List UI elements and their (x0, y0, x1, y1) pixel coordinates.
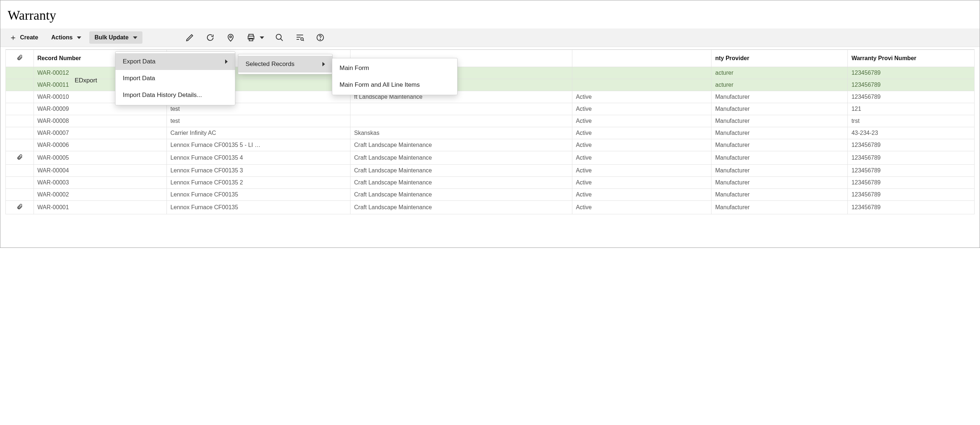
cell-record-number: WAR-00005 (33, 151, 167, 165)
cell-record-number: WAR-00003 (33, 177, 167, 189)
cell-provider: Manufacturer (711, 91, 848, 103)
cell-provider-number: 123456789 (848, 67, 975, 79)
toolbar: ＋ Create Actions Bulk Update (0, 29, 980, 47)
menu-label: Import Data History Details... (123, 91, 202, 99)
create-label: Create (20, 34, 38, 41)
cell-company: Craft Landscape Maintenance (350, 139, 572, 151)
menu-item-export-data[interactable]: Export Data (116, 53, 235, 70)
cell-provider: Manufacturer (711, 103, 848, 115)
cell-title: test (167, 115, 350, 127)
svg-line-10 (303, 40, 304, 41)
cell-company: Craft Landscape Maintenance (350, 189, 572, 201)
cell-status (572, 67, 711, 79)
cell-provider-number: 43-234-23 (848, 127, 975, 139)
menu-item-main-form-all[interactable]: Main Form and All Line Items (332, 76, 457, 93)
svg-point-4 (276, 34, 281, 39)
page-title: Warranty (0, 0, 980, 29)
cell-attachment (6, 103, 34, 115)
help-button[interactable] (315, 32, 325, 43)
cell-provider-number: trst (848, 115, 975, 127)
attachment-icon (16, 205, 23, 211)
print-icon (247, 33, 255, 42)
cell-company (350, 103, 572, 115)
location-button[interactable] (226, 32, 236, 43)
cell-provider: Manufacturer (711, 165, 848, 177)
cell-attachment (6, 127, 34, 139)
cell-provider: Manufacturer (711, 201, 848, 214)
cell-status: Active (572, 189, 711, 201)
table-row[interactable]: WAR-00008testActiveManufacturertrst (6, 115, 975, 127)
cell-provider: Manufacturer (711, 177, 848, 189)
form-submenu: Main Form Main Form and All Line Items (332, 58, 458, 95)
cell-provider: Manufacturer (711, 115, 848, 127)
table-row[interactable]: WAR-00006Lennox Furnace CF00135 5 - LI …… (6, 139, 975, 151)
cell-record-number: WAR-00001 (33, 201, 167, 214)
col-header-attachment[interactable] (6, 50, 34, 67)
cell-record-number: WAR-00008 (33, 115, 167, 127)
attachment-icon (16, 56, 23, 62)
cell-provider: Manufacturer (711, 127, 848, 139)
edit-button[interactable] (185, 32, 195, 43)
cell-attachment (6, 115, 34, 127)
col-header-status[interactable] (572, 50, 711, 67)
cell-provider-number: 123456789 (848, 91, 975, 103)
cell-status (572, 79, 711, 91)
cell-title: Lennox Furnace CF00135 5 - LI … (167, 139, 350, 151)
menu-label: Main Form and All Line Items (340, 81, 420, 89)
menu-label: Selected Records (245, 60, 294, 68)
cell-status: Active (572, 151, 711, 165)
export-submenu: Selected Records (238, 54, 332, 74)
cell-provider-number: 123456789 (848, 189, 975, 201)
cell-provider-number: 123456789 (848, 79, 975, 91)
menu-label: Export Data (123, 58, 156, 65)
col-header-provider-number[interactable]: Warranty Provi Number (848, 50, 975, 67)
chevron-right-icon (225, 59, 228, 64)
cell-status: Active (572, 165, 711, 177)
print-button[interactable] (246, 32, 256, 43)
svg-point-12 (320, 39, 321, 40)
table-row[interactable]: WAR-00004Lennox Furnace CF00135 3Craft L… (6, 165, 975, 177)
bulk-update-label: Bulk Update (94, 34, 128, 41)
table-row[interactable]: WAR-00003Lennox Furnace CF00135 2Craft L… (6, 177, 975, 189)
table-row[interactable]: WAR-00007Carrier Infinity ACSkanskasActi… (6, 127, 975, 139)
search-button[interactable] (274, 32, 285, 43)
cell-attachment (6, 67, 34, 79)
cell-company: Skanskas (350, 127, 572, 139)
table-row[interactable]: WAR-00002Lennox Furnace CF00135Craft Lan… (6, 189, 975, 201)
cell-status: Active (572, 91, 711, 103)
pencil-icon (185, 33, 194, 42)
svg-point-0 (229, 36, 231, 38)
cell-company: Craft Landscape Maintenance (350, 151, 572, 165)
cell-status: Active (572, 115, 711, 127)
table-row[interactable]: WAR-00005Lennox Furnace CF00135 4Craft L… (6, 151, 975, 165)
cell-provider: acturer (711, 67, 848, 79)
bulk-update-button[interactable]: Bulk Update (89, 31, 142, 44)
cell-record-number: WAR-00004 (33, 165, 167, 177)
bulk-update-menu: Export Data Import Data Import Data Hist… (115, 51, 235, 105)
cell-company: Craft Landscape Maintenance (350, 201, 572, 214)
cell-title: Lennox Furnace CF00135 3 (167, 165, 350, 177)
menu-label: Import Data (123, 75, 155, 82)
actions-button[interactable]: Actions (46, 31, 87, 44)
location-pin-icon (226, 33, 235, 42)
menu-item-selected-records[interactable]: Selected Records (238, 56, 332, 73)
menu-item-import-data[interactable]: Import Data (116, 70, 235, 87)
cell-attachment (6, 91, 34, 103)
cell-attachment (6, 151, 34, 165)
col-header-provider[interactable]: nty Provider (711, 50, 848, 67)
menu-item-main-form[interactable]: Main Form (332, 60, 457, 76)
create-button[interactable]: ＋ Create (4, 30, 43, 45)
toolbar-icon-group (185, 32, 325, 43)
find-button[interactable] (295, 32, 305, 43)
refresh-icon (206, 33, 215, 42)
cell-record-number: WAR-00006 (33, 139, 167, 151)
cell-provider: Manufacturer (711, 189, 848, 201)
cell-provider-number: 123456789 (848, 139, 975, 151)
cell-provider-number: 123456789 (848, 177, 975, 189)
cell-attachment (6, 189, 34, 201)
cell-status: Active (572, 177, 711, 189)
table-row[interactable]: WAR-00001Lennox Furnace CF00135Craft Lan… (6, 201, 975, 214)
menu-item-import-history[interactable]: Import Data History Details... (116, 87, 235, 103)
cell-title: Lennox Furnace CF00135 4 (167, 151, 350, 165)
refresh-button[interactable] (205, 32, 215, 43)
